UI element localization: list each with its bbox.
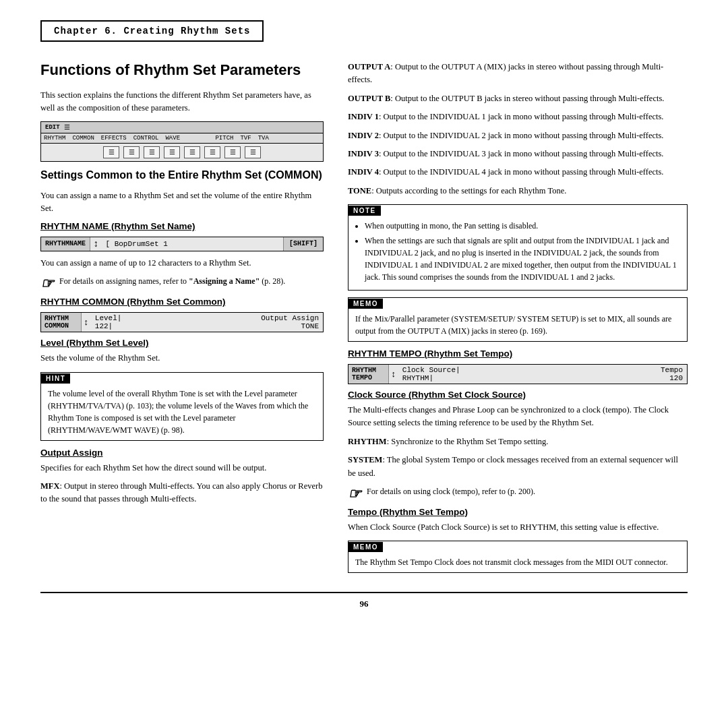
page-title: Functions of Rhythm Set Parameters <box>40 61 324 80</box>
mfx-text: MFX: Output in stereo through Multi-effe… <box>40 480 324 506</box>
display-graphic: EDIT ☰ RHYTHM COMMON EFFECTS CONTROL WAV… <box>40 121 324 162</box>
clock-source-title: Clock Source (Rhythm Set Clock Source) <box>348 390 688 400</box>
rhythm-name-label: RHYTHM NAME <box>41 237 90 251</box>
ref-box-1: ☞ For details on assigning names, refer … <box>40 275 324 291</box>
settings-common-title: Settings Common to the Entire Rhythm Set… <box>40 169 324 183</box>
display-btn-1: ☰ <box>103 146 119 158</box>
chapter-header-text: Chapter 6. Creating Rhythm Sets <box>54 26 250 36</box>
display-btn-4: ☰ <box>164 146 180 158</box>
rhythm-name-title: RHYTHM NAME (Rhythm Set Name) <box>40 221 324 231</box>
display-tabs: RHYTHM COMMON EFFECTS CONTROL WAVE PITCH… <box>41 133 323 144</box>
tone-text: TONE: Outputs according to the settings … <box>348 185 688 198</box>
right-column: OUTPUT A: Output to the OUTPUT A (MIX) j… <box>348 61 688 580</box>
clock-source-text: The Multi-effects changes and Phrase Loo… <box>348 404 688 430</box>
level-subsection-title: Level (Rhythm Set Level) <box>40 338 324 348</box>
intro-text: This section explains the functions the … <box>40 89 324 115</box>
rhythm-common-title: RHYTHM COMMON (Rhythm Set Common) <box>40 297 324 307</box>
rhythm-name-arrow: ↕ <box>90 237 101 251</box>
rhythm-name-display-row1: RHYTHM NAME ↕ [ BopDrumSet 1 [SHIFT] <box>41 237 323 251</box>
output-assign-title: Output Assign <box>40 448 324 458</box>
rhythm-tempo-arrow: ↕ <box>389 365 398 384</box>
rhythm-tempo-title: RHYTHM TEMPO (Rhythm Set Tempo) <box>348 348 688 359</box>
settings-common-text: You can assign a name to a Rhythm Set an… <box>40 189 324 216</box>
ref-text-2: For details on using clock (tempo), refe… <box>367 485 535 497</box>
note-box-body: When outputting in mono, the Pan setting… <box>348 216 687 290</box>
rhythm-tempo-values: Clock Source| Tempo RHYTHM| 120 <box>398 365 687 384</box>
output-a-text: OUTPUT A: Output to the OUTPUT A (MIX) j… <box>348 61 688 87</box>
rhythm-common-row: RHYTHM COMMON ↕ Level| Output Assign 122… <box>41 313 323 332</box>
tempo-title: Tempo (Rhythm Set Tempo) <box>348 507 688 517</box>
rhythm-name-value: [ BopDrumSet 1 <box>101 237 283 251</box>
memo-box-body-2: The Rhythm Set Tempo Clock does not tran… <box>348 552 687 572</box>
rhythm-tempo-label: RHYTHM TEMPO <box>348 365 389 384</box>
rhythm-common-arrow: ↕ <box>82 313 91 332</box>
ref-icon-2: ☞ <box>348 487 361 502</box>
display-btn-6: ☰ <box>204 146 220 158</box>
ref-text-1: For details on assigning names, refer to… <box>59 275 285 287</box>
display-btn-8: ☰ <box>245 146 261 158</box>
display-btn-7: ☰ <box>224 146 241 158</box>
level-text: Sets the volume of the Rhythm Set. <box>40 352 324 365</box>
indiv2-text: INDIV 2: Output to the INDIVIDUAL 2 jack… <box>348 129 688 142</box>
indiv4-text: INDIV 4: Output to the INDIVIDUAL 4 jack… <box>348 166 688 179</box>
display-btn-2: ☰ <box>123 146 140 158</box>
page-number: 96 <box>40 592 688 609</box>
note-box: NOTE When outputting in mono, the Pan se… <box>348 204 688 291</box>
page: Chapter 6. Creating Rhythm Sets Function… <box>0 0 728 728</box>
left-column: Functions of Rhythm Set Parameters This … <box>40 61 324 580</box>
hint-box-header: HINT <box>41 373 70 384</box>
system-sync-text: SYSTEM: The global System Tempo or clock… <box>348 454 688 480</box>
output-b-text: OUTPUT B: Output to the OUTPUT B jacks i… <box>348 92 688 105</box>
indiv1-text: INDIV 1: Output to the INDIVIDUAL 1 jack… <box>348 111 688 123</box>
memo-box-header-2: MEMO <box>348 542 383 552</box>
note-box-header: NOTE <box>348 206 381 216</box>
ref-box-2: ☞ For details on using clock (tempo), re… <box>348 485 688 502</box>
rhythm-name-display: RHYTHM NAME ↕ [ BopDrumSet 1 [SHIFT] <box>40 237 324 251</box>
note-item-1: When outputting in mono, the Pan setting… <box>365 220 680 232</box>
rhythm-tempo-row: RHYTHM TEMPO ↕ Clock Source| Tempo RHYTH… <box>348 365 687 384</box>
rhythm-common-values: Level| Output Assign 122| TONE <box>91 313 323 332</box>
display-btn-5: ☰ <box>184 146 200 158</box>
hint-box: HINT The volume level of the overall Rhy… <box>40 372 324 441</box>
note-list: When outputting in mono, the Pan setting… <box>355 220 680 283</box>
display-icon: ☰ <box>64 123 70 131</box>
rhythm-tempo-display: RHYTHM TEMPO ↕ Clock Source| Tempo RHYTH… <box>348 364 688 384</box>
memo-box-2: MEMO The Rhythm Set Tempo Clock does not… <box>348 541 688 573</box>
rhythm-name-text: You can assign a name of up to 12 charac… <box>40 257 324 270</box>
memo-box-1: MEMO If the Mix/Parallel parameter (SYST… <box>348 297 688 342</box>
hint-box-body: The volume level of the overall Rhythm T… <box>41 384 323 440</box>
rhythm-common-label: RHYTHM COMMON <box>41 313 82 332</box>
display-buttons-row: ☰ ☰ ☰ ☰ ☰ ☰ ☰ ☰ <box>41 144 323 161</box>
tempo-text: When Clock Source (Patch Clock Source) i… <box>348 521 688 534</box>
rhythm-sync-text: RHYTHM: Synchronize to the Rhythm Set Te… <box>348 435 688 448</box>
indiv3-text: INDIV 3: Output to the INDIVIDUAL 3 jack… <box>348 148 688 160</box>
two-column-layout: Functions of Rhythm Set Parameters This … <box>40 61 688 580</box>
note-item-2: When the settings are such that signals … <box>365 235 680 283</box>
memo-box-header-1: MEMO <box>348 299 383 309</box>
edit-label: EDIT <box>45 124 60 131</box>
memo-box-body-1: If the Mix/Parallel parameter (SYSTEM/SE… <box>348 309 687 341</box>
chapter-header: Chapter 6. Creating Rhythm Sets <box>40 20 264 42</box>
rhythm-name-shift: [SHIFT] <box>283 237 323 251</box>
display-top-bar: EDIT ☰ <box>41 122 323 133</box>
output-assign-text: Specifies for each Rhythm Set how the di… <box>40 462 324 475</box>
rhythm-common-display: RHYTHM COMMON ↕ Level| Output Assign 122… <box>40 312 324 332</box>
display-btn-3: ☰ <box>144 146 160 158</box>
ref-icon-1: ☞ <box>40 276 54 291</box>
